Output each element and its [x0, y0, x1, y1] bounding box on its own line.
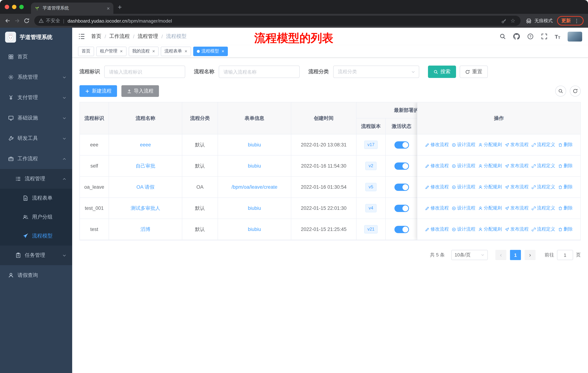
action-design-process[interactable]: 设计流程 [452, 205, 475, 211]
action-publish-process[interactable]: 发布流程 [505, 226, 529, 232]
sidebar-collapse-icon[interactable] [78, 33, 85, 40]
tag-close-icon[interactable]: × [184, 49, 187, 53]
action-design-process[interactable]: 设计流程 [452, 142, 475, 148]
tag-close-icon[interactable]: × [120, 49, 123, 53]
form-info-link[interactable]: biubiu [248, 227, 261, 232]
goto-page-input[interactable] [557, 250, 573, 260]
sidebar-item-process-form[interactable]: 流程表单 [0, 189, 72, 208]
new-tab-button[interactable]: + [118, 3, 122, 11]
form-info-link[interactable]: biubiu [248, 142, 261, 148]
action-design-process[interactable]: 设计流程 [452, 226, 475, 232]
zoom-window-button[interactable] [19, 5, 24, 9]
help-icon[interactable] [527, 33, 534, 40]
tag-tenant-mgmt[interactable]: 租户管理 × [96, 46, 126, 56]
password-key-icon[interactable] [501, 18, 507, 23]
bookmark-star-icon[interactable]: ☆ [510, 18, 516, 24]
action-process-definition[interactable]: 流程定义 [532, 184, 555, 190]
forward-button[interactable] [12, 16, 22, 26]
action-process-definition[interactable]: 流程定义 [532, 226, 555, 232]
tag-process-model[interactable]: 流程模型 × [193, 46, 228, 56]
action-process-definition[interactable]: 流程定义 [532, 142, 555, 148]
form-info-link[interactable]: biubiu [248, 205, 261, 211]
action-edit-process[interactable]: 修改流程 [425, 205, 449, 211]
address-bar[interactable]: 不安全 | dashboard.yudao.iocoder.cn/bpm/man… [34, 16, 521, 26]
model-name-link[interactable]: OA 请假 [136, 184, 154, 190]
refresh-table-button[interactable] [570, 86, 581, 97]
sidebar-item-payment-mgmt[interactable]: 支付管理 [0, 87, 72, 108]
close-window-button[interactable] [5, 5, 9, 9]
create-process-button[interactable]: 新建流程 [79, 85, 117, 97]
action-delete[interactable]: 删除 [558, 205, 573, 211]
active-switch[interactable] [394, 204, 409, 212]
prev-page-button[interactable]: ‹ [495, 250, 506, 260]
process-key-input[interactable] [104, 66, 185, 78]
action-delete[interactable]: 删除 [558, 142, 573, 148]
reset-button[interactable]: 重置 [460, 66, 488, 78]
form-info-link[interactable]: /bpm/oa/leave/create [231, 184, 277, 190]
action-assign-rule[interactable]: 分配规则 [478, 205, 502, 211]
action-process-definition[interactable]: 流程定义 [532, 163, 555, 169]
action-assign-rule[interactable]: 分配规则 [478, 142, 502, 148]
reload-button[interactable] [22, 16, 31, 26]
sidebar-item-workflow[interactable]: 工作流程 [0, 149, 72, 169]
tag-my-process[interactable]: 我的流程 × [128, 46, 158, 56]
font-size-icon[interactable]: TT [555, 33, 560, 40]
action-edit-process[interactable]: 修改流程 [425, 184, 449, 190]
avatar[interactable] [567, 31, 582, 41]
sidebar-item-infrastructure[interactable]: 基础设施 [0, 108, 72, 128]
search-button[interactable]: 搜索 [428, 66, 456, 78]
action-assign-rule[interactable]: 分配规则 [478, 163, 502, 169]
next-page-button[interactable]: › [525, 250, 536, 260]
page-size-select[interactable]: 10条/页 [451, 250, 488, 260]
browser-update-menu[interactable]: 更新 ⋮ [557, 16, 584, 26]
active-switch[interactable] [394, 162, 409, 170]
action-delete[interactable]: 删除 [558, 163, 573, 169]
action-edit-process[interactable]: 修改流程 [425, 226, 449, 232]
sidebar-item-home[interactable]: 首页 [0, 47, 72, 67]
tab-close-icon[interactable]: × [107, 6, 110, 11]
tag-close-icon[interactable]: × [152, 49, 155, 53]
model-name-link[interactable]: 自己审批 [136, 163, 155, 169]
sidebar-item-process-mgmt[interactable]: 流程管理 [0, 169, 72, 189]
breadcrumb-home[interactable]: 首页 [91, 33, 101, 40]
active-switch[interactable] [394, 141, 409, 148]
action-design-process[interactable]: 设计流程 [452, 184, 475, 190]
process-name-input[interactable] [219, 66, 300, 78]
toggle-search-button[interactable] [555, 86, 566, 97]
active-switch[interactable] [394, 183, 409, 191]
sidebar-item-process-model[interactable]: 流程模型 [0, 227, 72, 245]
action-delete[interactable]: 删除 [558, 226, 573, 232]
tag-home[interactable]: 首页 [78, 46, 94, 56]
tag-process-form[interactable]: 流程表单 × [161, 46, 191, 56]
process-category-select[interactable]: 流程分类 [333, 66, 419, 78]
github-icon[interactable] [513, 33, 520, 40]
action-publish-process[interactable]: 发布流程 [505, 163, 529, 169]
sidebar-item-leave-query[interactable]: 请假查询 [0, 265, 72, 286]
action-assign-rule[interactable]: 分配规则 [478, 184, 502, 190]
action-edit-process[interactable]: 修改流程 [425, 142, 449, 148]
action-publish-process[interactable]: 发布流程 [505, 205, 529, 211]
browser-tab[interactable]: 芋道管理系统 × [31, 2, 113, 14]
search-icon[interactable] [499, 33, 506, 40]
minimize-window-button[interactable] [12, 5, 16, 9]
model-name-link[interactable]: 滔博 [141, 226, 150, 232]
action-design-process[interactable]: 设计流程 [452, 163, 475, 169]
sidebar-item-task-mgmt[interactable]: 任务管理 [0, 245, 72, 265]
sidebar-item-dev-tools[interactable]: 研发工具 [0, 128, 72, 149]
action-assign-rule[interactable]: 分配规则 [478, 226, 502, 232]
sidebar-item-user-group[interactable]: 用户分组 [0, 208, 72, 227]
tag-close-icon[interactable]: × [222, 49, 224, 53]
form-info-link[interactable]: biubiu [248, 163, 261, 169]
action-delete[interactable]: 删除 [558, 184, 573, 190]
back-button[interactable] [3, 16, 12, 26]
action-publish-process[interactable]: 发布流程 [505, 142, 529, 148]
action-publish-process[interactable]: 发布流程 [505, 184, 529, 190]
sidebar-item-system-mgmt[interactable]: 系统管理 [0, 67, 72, 87]
model-name-link[interactable]: 测试多审批人 [131, 205, 160, 211]
import-process-button[interactable]: 导入流程 [121, 85, 159, 97]
fullscreen-icon[interactable] [541, 33, 547, 40]
action-edit-process[interactable]: 修改流程 [425, 163, 449, 169]
page-1-button[interactable]: 1 [510, 250, 521, 260]
sidebar-logo[interactable]: 芋道管理系统 [0, 28, 72, 47]
active-switch[interactable] [394, 226, 409, 233]
